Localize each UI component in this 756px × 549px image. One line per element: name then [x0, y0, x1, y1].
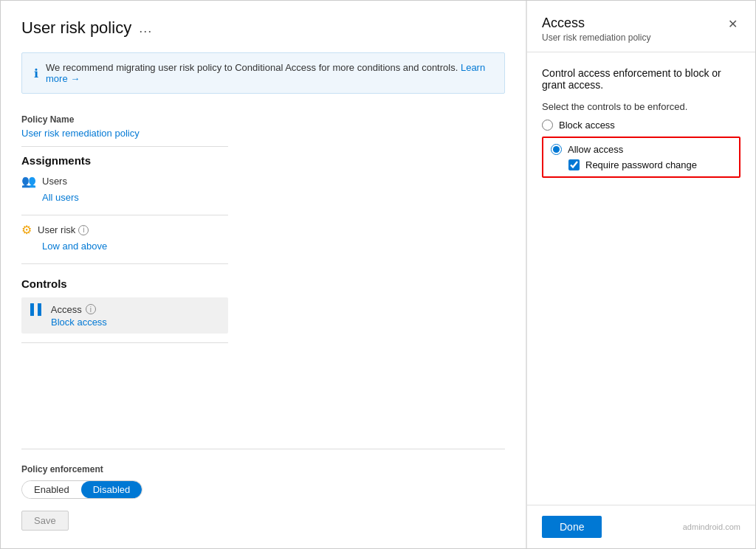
save-button[interactable]: Save [21, 511, 69, 531]
users-value[interactable]: All users [42, 192, 79, 203]
access-info-icon[interactable]: i [86, 304, 96, 314]
block-access-radio[interactable] [542, 120, 553, 131]
close-button[interactable]: ✕ [725, 15, 740, 32]
gear-icon: ⚙ [21, 223, 32, 237]
users-row: 👥 Users [21, 174, 505, 188]
access-row-top: ▌▌ Access i [30, 303, 219, 315]
right-panel-title: Access [542, 15, 650, 31]
require-password-checkbox[interactable] [568, 159, 580, 170]
user-risk-value[interactable]: Low and above [42, 241, 107, 252]
toggle-group[interactable]: Enabled Disabled [21, 480, 142, 499]
policy-name-value: User risk remediation policy [21, 128, 505, 139]
divider-4 [21, 342, 228, 343]
require-password-option[interactable]: Require password change [551, 159, 732, 170]
controls-sub-label: Select the controls to be enforced. [542, 101, 740, 112]
info-icon: ℹ [34, 66, 38, 80]
right-panel-subtitle: User risk remediation policy [542, 32, 650, 43]
access-label: Access i [51, 304, 96, 315]
users-icon: 👥 [21, 174, 36, 188]
ellipsis-menu[interactable]: ... [139, 21, 152, 36]
toggle-enabled[interactable]: Enabled [22, 481, 81, 498]
page-title-row: User risk policy ... [21, 18, 505, 38]
enforcement-label: Policy enforcement [21, 464, 505, 474]
bars-icon: ▌▌ [30, 303, 45, 315]
users-label: Users [42, 176, 67, 187]
controls-header: Controls [21, 277, 505, 290]
right-panel-header: Access User risk remediation policy ✕ [527, 1, 755, 52]
allow-access-box: Allow access Require password change [542, 137, 740, 178]
assignments-header: Assignments [21, 154, 505, 167]
info-banner: ℹ We recommend migrating user risk polic… [21, 52, 505, 94]
right-panel-footer: Done admindroid.com [527, 505, 755, 548]
left-panel: User risk policy ... ℹ We recommend migr… [1, 1, 526, 548]
access-section[interactable]: ▌▌ Access i Block access [21, 297, 228, 334]
user-risk-label: User risk i [38, 224, 89, 235]
right-panel: Access User risk remediation policy ✕ Co… [526, 1, 755, 548]
done-button[interactable]: Done [542, 516, 602, 538]
policy-name-section: Policy Name User risk remediation policy [21, 114, 505, 139]
divider-3 [21, 263, 228, 264]
access-description: Control access enforcement to block or g… [542, 67, 740, 91]
right-panel-body: Control access enforcement to block or g… [527, 52, 755, 505]
divider-2 [21, 215, 228, 215]
block-access-option[interactable]: Block access [542, 120, 740, 131]
require-password-label: Require password change [585, 159, 697, 170]
toggle-disabled[interactable]: Disabled [81, 481, 142, 498]
page-title: User risk policy [21, 18, 131, 38]
policy-name-label: Policy Name [21, 114, 505, 125]
policy-enforcement-section: Policy enforcement Enabled Disabled Save [21, 449, 505, 531]
allow-access-radio-label: Allow access [568, 144, 623, 155]
user-risk-info-icon[interactable]: i [78, 225, 89, 235]
block-access-radio-label: Block access [559, 120, 615, 131]
block-access-value[interactable]: Block access [30, 317, 219, 328]
right-panel-title-block: Access User risk remediation policy [542, 15, 650, 43]
allow-access-radio[interactable] [551, 144, 562, 155]
user-risk-row: ⚙ User risk i [21, 223, 505, 237]
banner-text: We recommend migrating user risk policy … [46, 62, 492, 84]
divider-1 [21, 146, 228, 147]
brand-text: admindroid.com [683, 522, 740, 531]
allow-access-option[interactable]: Allow access [551, 144, 732, 155]
